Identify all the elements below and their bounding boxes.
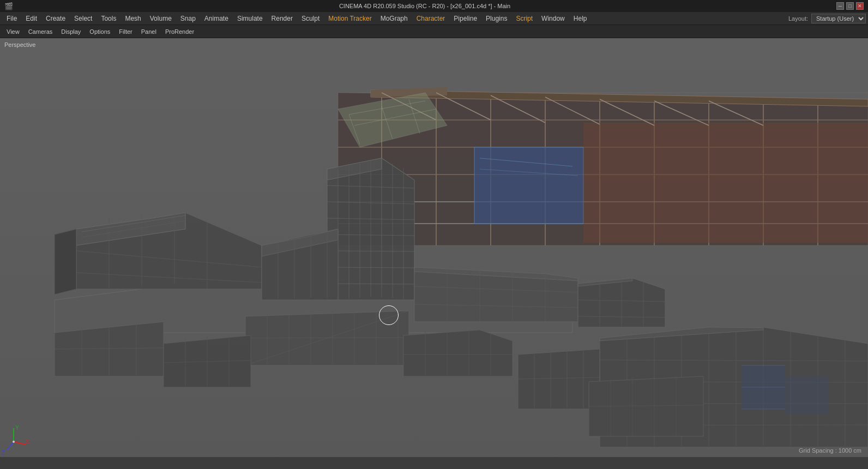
layout-selector: Layout: Startup (User) <box>788 14 866 23</box>
viewport-menu-bar: ViewCamerasDisplayOptionsFilterPanelProR… <box>0 25 868 38</box>
titlebar-title: CINEMA 4D R20.059 Studio (RC - R20) - [x… <box>339 3 510 9</box>
viewport-menu-view[interactable]: View <box>2 27 24 36</box>
svg-rect-24 <box>583 123 868 243</box>
menu-item-snap[interactable]: Snap <box>176 14 200 23</box>
menu-item-sculpt[interactable]: Sculpt <box>297 14 324 23</box>
menu-item-render[interactable]: Render <box>267 14 297 23</box>
menu-item-motion-tracker[interactable]: Motion Tracker <box>324 14 376 23</box>
svg-marker-140 <box>403 330 513 376</box>
minimize-button[interactable]: ─ <box>836 2 844 10</box>
toolbar-items-container: ViewCamerasDisplayOptionsFilterPanelProR… <box>2 27 198 36</box>
menu-item-script[interactable]: Script <box>511 14 537 23</box>
menu-item-mograph[interactable]: MoGraph <box>376 14 412 23</box>
viewport[interactable]: Perspective <box>0 38 868 457</box>
svg-text:X: X <box>26 438 29 444</box>
menu-item-simulate[interactable]: Simulate <box>233 14 267 23</box>
small-boxes-right <box>578 278 665 327</box>
menu-item-character[interactable]: Character <box>412 14 450 23</box>
titlebar: 🎬 CINEMA 4D R20.059 Studio (RC - R20) - … <box>0 0 868 12</box>
menu-item-window[interactable]: Window <box>537 14 569 23</box>
svg-rect-19 <box>474 147 583 224</box>
svg-text:Z: Z <box>2 450 5 456</box>
menu-items-container: FileEditCreateSelectToolsMeshVolumeSnapA… <box>2 14 591 23</box>
titlebar-icon: 🎬 <box>4 2 13 10</box>
menu-item-edit[interactable]: Edit <box>21 14 41 23</box>
menu-item-volume[interactable]: Volume <box>146 14 176 23</box>
menu-item-create[interactable]: Create <box>41 14 70 23</box>
menubar: FileEditCreateSelectToolsMeshVolumeSnapA… <box>0 12 868 25</box>
large-building-group <box>338 87 868 245</box>
viewport-menu-cameras[interactable]: Cameras <box>24 27 57 36</box>
viewport-menu-display[interactable]: Display <box>57 27 85 36</box>
perspective-label: Perspective <box>4 41 35 48</box>
svg-text:Y: Y <box>15 425 19 431</box>
close-button[interactable]: ✕ <box>856 2 864 10</box>
menu-item-tools[interactable]: Tools <box>97 14 120 23</box>
viewport-menu-filter[interactable]: Filter <box>114 27 136 36</box>
menu-item-plugins[interactable]: Plugins <box>481 14 511 23</box>
svg-marker-123 <box>518 349 600 409</box>
lower-center-ramps <box>245 310 409 365</box>
menu-item-select[interactable]: Select <box>70 14 97 23</box>
menu-item-file[interactable]: File <box>2 14 21 23</box>
containers-bottom <box>403 330 513 376</box>
menu-item-mesh[interactable]: Mesh <box>120 14 145 23</box>
layout-label: Layout: <box>788 15 808 22</box>
svg-rect-104 <box>785 376 829 414</box>
maximize-button[interactable]: □ <box>846 2 854 10</box>
svg-point-152 <box>13 441 15 443</box>
svg-marker-41 <box>55 229 76 294</box>
layout-dropdown[interactable]: Startup (User) <box>811 14 866 23</box>
viewport-menu-panel[interactable]: Panel <box>137 27 161 36</box>
viewport-menu-prorender[interactable]: ProRender <box>161 27 198 36</box>
scene-svg: Y X Z <box>0 38 868 457</box>
right-structure <box>414 267 578 322</box>
menu-item-animate[interactable]: Animate <box>200 14 233 23</box>
menu-item-help[interactable]: Help <box>569 14 592 23</box>
titlebar-controls: ─ □ ✕ <box>836 2 864 10</box>
grid-spacing-label: Grid Spacing : 1000 cm <box>799 447 861 454</box>
front-platforms <box>164 335 251 387</box>
menu-item-pipeline[interactable]: Pipeline <box>449 14 481 23</box>
viewport-menu-options[interactable]: Options <box>85 27 114 36</box>
